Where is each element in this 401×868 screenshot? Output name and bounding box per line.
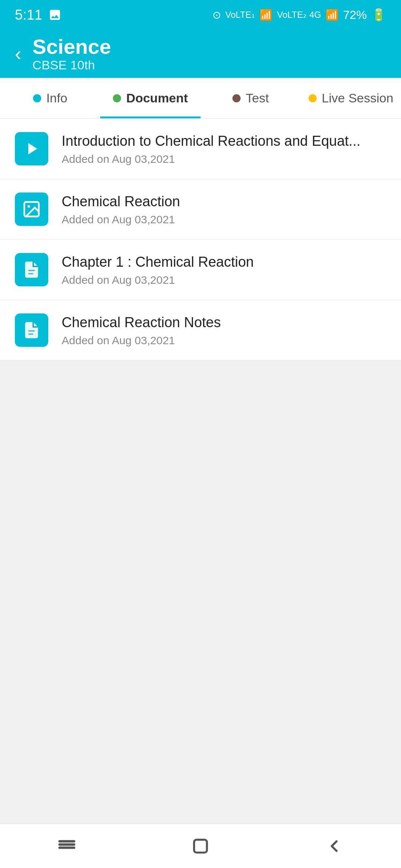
image-icon — [22, 200, 41, 219]
signal-icon: ⊙ — [212, 9, 221, 21]
doc-title-4: Chemical Reaction Notes — [62, 313, 386, 332]
list-item[interactable]: Chemical Reaction Notes Added on Aug 03,… — [0, 300, 401, 361]
status-time: 5:11 — [15, 7, 42, 23]
doc-title-2: Chemical Reaction — [62, 193, 386, 211]
svg-rect-10 — [194, 839, 207, 852]
doc-date-1: Added on Aug 03,2021 — [62, 153, 386, 165]
nav-back-button[interactable] — [297, 831, 371, 861]
bottom-navigation — [0, 823, 401, 868]
doc-date-3: Added on Aug 03,2021 — [62, 274, 386, 286]
doc-title-1: Introduction to Chemical Reactions and E… — [62, 132, 386, 150]
tab-label-test: Test — [246, 91, 269, 105]
nav-home-button[interactable] — [163, 831, 238, 861]
doc-date-2: Added on Aug 03,2021 — [62, 213, 386, 226]
recent-icon — [57, 836, 76, 856]
back-nav-icon — [325, 836, 344, 856]
page-title: Science — [32, 35, 111, 58]
signal-bars2: 📶 — [326, 9, 339, 21]
video-icon-container — [15, 132, 48, 165]
doc-icon-container-4 — [15, 313, 48, 347]
page-header: ‹ Science CBSE 10th — [0, 30, 401, 78]
list-item[interactable]: Chapter 1 : Chemical Reaction Added on A… — [0, 240, 401, 300]
tab-label-livesession: Live Session — [322, 91, 394, 105]
home-icon — [191, 836, 210, 856]
page-subtitle: CBSE 10th — [32, 58, 111, 72]
status-bar: 5:11 ⊙ VoLTE₁ 📶 VoLTE₂ 4G 📶 72% 🔋 — [0, 0, 401, 30]
tab-dot-test — [232, 94, 241, 102]
tab-dot-livesession — [309, 94, 317, 102]
network-text: VoLTE₁ — [225, 10, 255, 20]
tab-label-document: Document — [126, 91, 188, 105]
status-time-block: 5:11 — [15, 7, 62, 23]
doc-icon-container-3 — [15, 253, 48, 286]
doc-title-3: Chapter 1 : Chemical Reaction — [62, 253, 386, 271]
doc-info-3: Chapter 1 : Chemical Reaction Added on A… — [62, 253, 386, 286]
status-icons: ⊙ VoLTE₁ 📶 VoLTE₂ 4G 📶 72% 🔋 — [212, 8, 386, 22]
tab-info[interactable]: Info — [0, 78, 100, 118]
header-title-block: Science CBSE 10th — [32, 35, 111, 73]
signal-bars1: 📶 — [260, 9, 273, 21]
battery-icon: 🔋 — [371, 8, 386, 22]
tab-livesession[interactable]: Live Session — [301, 78, 401, 118]
tab-dot-info — [33, 94, 41, 102]
tab-label-info: Info — [46, 91, 68, 105]
doc-info-1: Introduction to Chemical Reactions and E… — [62, 132, 386, 165]
list-item[interactable]: Chemical Reaction Added on Aug 03,2021 — [0, 179, 401, 240]
document-icon-3 — [22, 260, 41, 279]
video-icon — [22, 139, 41, 158]
document-list: Introduction to Chemical Reactions and E… — [0, 119, 401, 361]
doc-info-2: Chemical Reaction Added on Aug 03,2021 — [62, 193, 386, 226]
list-item[interactable]: Introduction to Chemical Reactions and E… — [0, 119, 401, 179]
tabs-container: Info Document Test Live Session — [0, 78, 401, 119]
battery-percentage: 72% — [343, 8, 367, 22]
tab-document[interactable]: Document — [100, 78, 200, 118]
tab-dot-document — [113, 94, 121, 102]
photo-icon — [48, 8, 62, 22]
back-button[interactable]: ‹ — [15, 44, 21, 63]
doc-date-4: Added on Aug 03,2021 — [62, 334, 386, 347]
document-icon-4 — [22, 320, 41, 340]
nav-recent-button[interactable] — [30, 831, 104, 861]
image-icon-container — [15, 193, 48, 226]
doc-info-4: Chemical Reaction Notes Added on Aug 03,… — [62, 313, 386, 346]
network-text2: VoLTE₂ 4G — [277, 10, 321, 20]
svg-point-2 — [27, 205, 30, 208]
svg-marker-0 — [28, 143, 37, 154]
tab-test[interactable]: Test — [200, 78, 301, 118]
